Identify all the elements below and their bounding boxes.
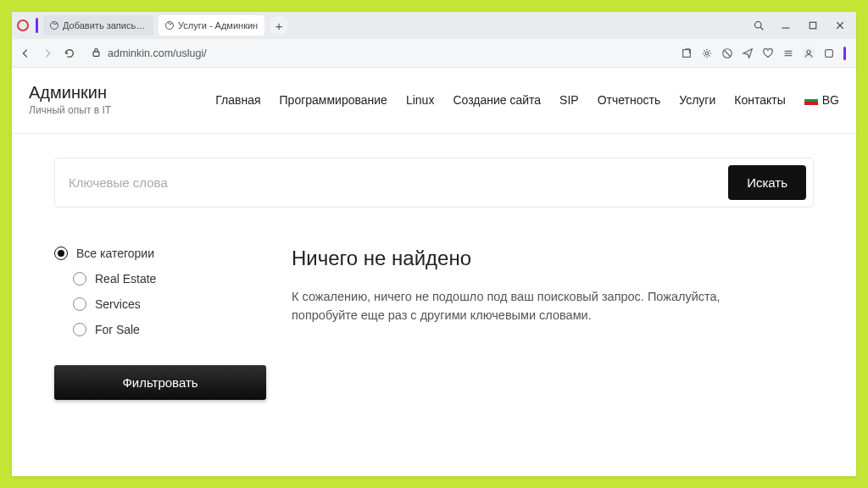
- extensions-icon[interactable]: [823, 47, 835, 59]
- category-real-estate[interactable]: Real Estate: [73, 272, 266, 286]
- category-label: For Sale: [95, 323, 140, 336]
- results-message: К сожалению, ничего не подошло под ваш п…: [292, 287, 732, 325]
- browser-titlebar: Добавить запись ‹ Адми Услуги - Админкин…: [12, 12, 856, 39]
- radio-icon: [73, 297, 86, 311]
- menu-icon[interactable]: [782, 47, 794, 59]
- browser-tab-active[interactable]: Услуги - Админкин: [159, 15, 264, 36]
- lang-code: BG: [822, 93, 839, 107]
- svg-line-10: [725, 50, 731, 56]
- results-heading: Ничего не найдено: [292, 247, 814, 270]
- svg-rect-6: [93, 52, 99, 56]
- opera-logo-icon[interactable]: [17, 19, 29, 31]
- category-label: Real Estate: [95, 272, 156, 286]
- filter-sidebar: Все категории Real Estate Services: [54, 247, 266, 400]
- profile-icon[interactable]: [803, 47, 815, 59]
- category-label: Services: [95, 297, 141, 311]
- category-services[interactable]: Services: [73, 297, 266, 311]
- page-content: Искать Все категории Real Estate: [12, 134, 856, 434]
- browser-tab-inactive[interactable]: Добавить запись ‹ Адми: [43, 15, 153, 36]
- svg-rect-16: [826, 49, 833, 57]
- radio-icon: [54, 247, 68, 260]
- tab-title: Услуги - Админкин: [178, 20, 258, 30]
- url-field[interactable]: adminkin.com/uslugi/: [85, 42, 672, 64]
- window-maximize-button[interactable]: [802, 12, 824, 39]
- accent-stripe: [36, 18, 38, 33]
- adblock-icon[interactable]: [721, 47, 733, 59]
- new-tab-button[interactable]: +: [270, 16, 288, 35]
- page-viewport: Админкин Личный опыт в IT Главная Програ…: [12, 68, 856, 476]
- browser-window: Добавить запись ‹ Адми Услуги - Админкин…: [12, 12, 856, 476]
- site-header: Админкин Личный опыт в IT Главная Програ…: [12, 68, 856, 134]
- nav-sip[interactable]: SIP: [559, 90, 579, 110]
- search-icon[interactable]: [748, 12, 770, 39]
- nav-reporting[interactable]: Отчетность: [598, 90, 661, 110]
- category-list: Все категории Real Estate Services: [54, 247, 266, 336]
- browser-address-bar: adminkin.com/uslugi/: [12, 39, 856, 68]
- svg-marker-11: [743, 48, 753, 58]
- share-icon[interactable]: [681, 47, 693, 59]
- nav-contacts[interactable]: Контакты: [734, 90, 785, 110]
- window-close-button[interactable]: [829, 12, 851, 39]
- nav-site-creation[interactable]: Создание сайта: [453, 90, 541, 110]
- nav-back-button[interactable]: [19, 47, 32, 59]
- nav-forward-button[interactable]: [41, 47, 54, 59]
- site-brand[interactable]: Админкин Личный опыт в IT: [29, 83, 111, 116]
- search-button[interactable]: Искать: [728, 165, 806, 200]
- results-panel: Ничего не найдено К сожалению, ничего не…: [292, 247, 814, 400]
- nav-reload-button[interactable]: [63, 47, 76, 59]
- send-icon[interactable]: [742, 47, 754, 59]
- svg-line-1: [760, 27, 763, 30]
- svg-point-15: [807, 50, 810, 53]
- main-nav: Главная Программирование Linux Создание …: [215, 90, 839, 110]
- settings-gear-icon[interactable]: [701, 47, 713, 59]
- filter-button[interactable]: Фильтровать: [54, 365, 266, 400]
- category-all[interactable]: Все категории: [54, 247, 266, 260]
- tab-title: Добавить запись ‹ Адми: [63, 20, 147, 30]
- category-label: Все категории: [76, 247, 154, 260]
- person-icon: [50, 21, 58, 30]
- heart-icon[interactable]: [762, 47, 774, 59]
- flag-bg-icon: [804, 96, 818, 105]
- search-bar: Искать: [54, 158, 814, 208]
- category-for-sale[interactable]: For Sale: [73, 323, 266, 336]
- svg-point-8: [705, 52, 709, 55]
- nav-services[interactable]: Услуги: [679, 90, 715, 110]
- site-tagline: Личный опыт в IT: [29, 104, 111, 116]
- person-icon: [165, 21, 174, 30]
- nav-programming[interactable]: Программирование: [280, 90, 387, 110]
- window-minimize-button[interactable]: [775, 12, 797, 39]
- url-text: adminkin.com/uslugi/: [108, 47, 207, 59]
- nav-home[interactable]: Главная: [215, 90, 260, 110]
- accent-stripe: [843, 47, 846, 60]
- nav-linux[interactable]: Linux: [406, 90, 434, 110]
- radio-icon: [73, 272, 86, 286]
- nav-language[interactable]: BG: [804, 90, 839, 110]
- site-title: Админкин: [29, 83, 111, 103]
- addressbar-actions: [681, 47, 849, 60]
- lock-icon: [92, 47, 101, 59]
- svg-point-0: [755, 22, 762, 29]
- radio-icon: [73, 323, 86, 336]
- svg-rect-3: [810, 22, 816, 29]
- search-input[interactable]: [62, 167, 728, 198]
